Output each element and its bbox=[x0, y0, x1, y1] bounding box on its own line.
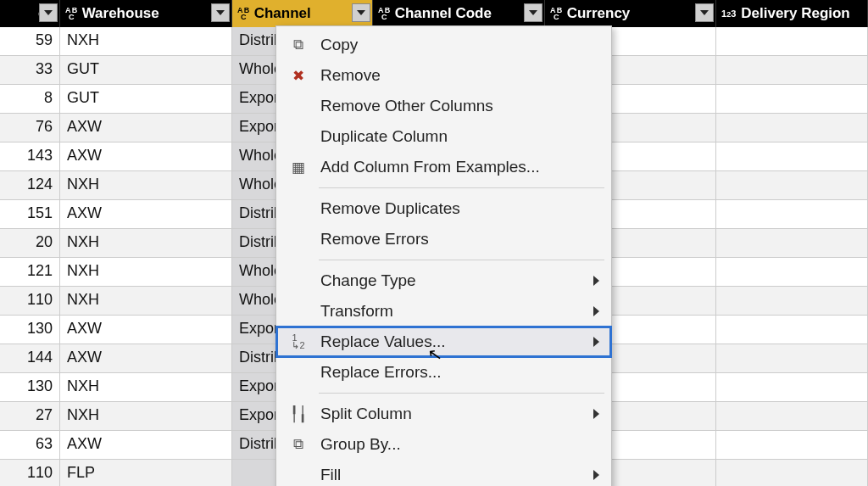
remove-icon: ✖ bbox=[276, 67, 320, 85]
cell-ex[interactable]: 63 bbox=[0, 431, 60, 459]
menu-replace-values[interactable]: 1↳2 Replace Values... bbox=[276, 327, 611, 357]
header-channel-code[interactable]: A BC Channel Code bbox=[373, 0, 545, 27]
header-warehouse[interactable]: A BC Warehouse bbox=[60, 0, 232, 27]
replace-values-icon: 1↳2 bbox=[276, 334, 320, 349]
text-type-icon: A BC bbox=[65, 7, 77, 20]
cell-ex[interactable]: 33 bbox=[0, 56, 60, 84]
menu-separator bbox=[319, 393, 604, 394]
cell-ex[interactable]: 76 bbox=[0, 114, 60, 142]
cell-delivery-region[interactable] bbox=[716, 287, 868, 315]
header-delivery-region[interactable]: 123 Delivery Region bbox=[716, 0, 868, 27]
cell-delivery-region[interactable] bbox=[716, 171, 868, 199]
cell-delivery-region[interactable] bbox=[716, 373, 868, 401]
chevron-right-icon bbox=[593, 337, 599, 347]
cell-warehouse[interactable]: NXH bbox=[60, 258, 232, 286]
cell-ex[interactable]: 144 bbox=[0, 344, 60, 372]
menu-split-column[interactable]: ╿╽ Split Column bbox=[276, 399, 611, 429]
chevron-right-icon bbox=[593, 306, 599, 316]
menu-remove[interactable]: ✖ Remove bbox=[276, 60, 611, 91]
cell-ex[interactable]: 110 bbox=[0, 460, 60, 486]
cell-warehouse[interactable]: NXH bbox=[60, 171, 232, 199]
header-channel[interactable]: A BC Channel bbox=[232, 0, 373, 27]
cell-warehouse[interactable]: AXW bbox=[60, 114, 232, 142]
filter-button-channel[interactable] bbox=[352, 3, 370, 22]
cell-delivery-region[interactable] bbox=[716, 431, 868, 459]
cell-delivery-region[interactable] bbox=[716, 56, 868, 84]
text-type-icon: A BC bbox=[550, 7, 562, 20]
cell-warehouse[interactable]: NXH bbox=[60, 287, 232, 315]
menu-remove-errors[interactable]: Remove Errors bbox=[276, 224, 611, 254]
cell-delivery-region[interactable] bbox=[716, 142, 868, 170]
cell-ex[interactable]: 121 bbox=[0, 258, 60, 286]
cell-warehouse[interactable]: AXW bbox=[60, 142, 232, 170]
cell-warehouse[interactable]: AXW bbox=[60, 316, 232, 344]
cell-ex[interactable]: 130 bbox=[0, 373, 60, 401]
cell-delivery-region[interactable] bbox=[716, 85, 868, 113]
cell-warehouse[interactable]: NXH bbox=[60, 27, 232, 55]
cell-ex[interactable]: 124 bbox=[0, 171, 60, 199]
menu-separator bbox=[319, 187, 604, 188]
examples-icon: ▦ bbox=[276, 159, 320, 176]
cell-delivery-region[interactable] bbox=[716, 27, 868, 55]
cell-delivery-region[interactable] bbox=[716, 200, 868, 228]
menu-duplicate[interactable]: Duplicate Column bbox=[276, 121, 611, 152]
menu-group-by[interactable]: ⧉ Group By... bbox=[276, 429, 611, 460]
cell-ex[interactable]: 8 bbox=[0, 85, 60, 113]
chevron-right-icon bbox=[593, 409, 599, 419]
cell-warehouse[interactable]: NXH bbox=[60, 229, 232, 257]
split-icon: ╿╽ bbox=[276, 405, 320, 423]
menu-add-from-examples[interactable]: ▦ Add Column From Examples... bbox=[276, 152, 611, 182]
cell-warehouse[interactable]: AXW bbox=[60, 344, 232, 372]
cell-warehouse[interactable]: NXH bbox=[60, 402, 232, 430]
cell-warehouse[interactable]: GUT bbox=[60, 85, 232, 113]
column-context-menu: ⧉ Copy ✖ Remove Remove Other Columns Dup… bbox=[275, 25, 612, 486]
filter-button-ex[interactable] bbox=[39, 3, 58, 22]
menu-remove-other[interactable]: Remove Other Columns bbox=[276, 91, 611, 121]
header-ex[interactable]: ex bbox=[0, 0, 60, 27]
copy-icon: ⧉ bbox=[276, 36, 320, 53]
cell-delivery-region[interactable] bbox=[716, 114, 868, 142]
cell-ex[interactable]: 59 bbox=[0, 27, 60, 55]
menu-separator bbox=[319, 260, 604, 260]
filter-button-channel-code[interactable] bbox=[524, 3, 542, 22]
cell-warehouse[interactable]: AXW bbox=[60, 200, 232, 228]
cell-ex[interactable]: 110 bbox=[0, 287, 60, 315]
filter-button-currency[interactable] bbox=[695, 3, 714, 22]
cell-delivery-region[interactable] bbox=[716, 344, 868, 372]
text-type-icon: A BC bbox=[378, 7, 390, 20]
cell-delivery-region[interactable] bbox=[716, 402, 868, 430]
cell-warehouse[interactable]: GUT bbox=[60, 56, 232, 84]
header-currency[interactable]: A BC Currency bbox=[545, 0, 716, 27]
menu-remove-duplicates[interactable]: Remove Duplicates bbox=[276, 193, 611, 224]
menu-copy[interactable]: ⧉ Copy bbox=[276, 30, 611, 60]
menu-fill[interactable]: Fill bbox=[276, 460, 611, 486]
cell-ex[interactable]: 151 bbox=[0, 200, 60, 228]
cell-warehouse[interactable]: NXH bbox=[60, 373, 232, 401]
cell-delivery-region[interactable] bbox=[716, 460, 868, 486]
chevron-right-icon bbox=[593, 276, 599, 286]
cell-warehouse[interactable]: FLP bbox=[60, 460, 232, 486]
menu-transform[interactable]: Transform bbox=[276, 296, 611, 327]
filter-button-warehouse[interactable] bbox=[211, 3, 230, 22]
cell-delivery-region[interactable] bbox=[716, 316, 868, 344]
int-type-icon: 123 bbox=[721, 8, 736, 19]
menu-change-type[interactable]: Change Type bbox=[276, 265, 611, 296]
cell-ex[interactable]: 143 bbox=[0, 142, 60, 170]
text-type-icon: A BC bbox=[237, 7, 249, 20]
cell-ex[interactable]: 20 bbox=[0, 229, 60, 257]
cell-ex[interactable]: 130 bbox=[0, 316, 60, 344]
cell-warehouse[interactable]: AXW bbox=[60, 431, 232, 459]
cell-delivery-region[interactable] bbox=[716, 258, 868, 286]
cell-delivery-region[interactable] bbox=[716, 229, 868, 257]
cell-ex[interactable]: 27 bbox=[0, 402, 60, 430]
chevron-right-icon bbox=[593, 470, 599, 480]
group-icon: ⧉ bbox=[276, 436, 320, 453]
column-headers: ex A BC Warehouse A BC Channel A BC Chan… bbox=[0, 0, 868, 27]
